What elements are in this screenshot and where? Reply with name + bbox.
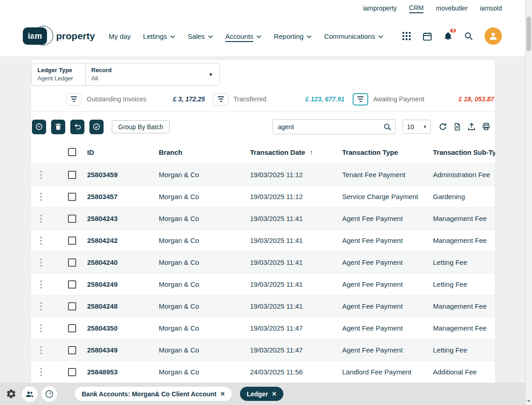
row-transaction-subtype: Letting Fee: [433, 346, 495, 354]
nav-item-lettings[interactable]: Lettings: [143, 31, 176, 42]
row-branch: Morgan & Co: [159, 193, 250, 200]
row-checkbox[interactable]: [68, 302, 76, 310]
table-row[interactable]: 25804350 Morgan & Co 19/03/2025 11:47 Ag…: [31, 317, 495, 339]
summary-transferred: Transferred £ 123, 677.91: [213, 93, 353, 105]
row-kebab-icon[interactable]: [38, 169, 44, 181]
logo-mark: iam: [23, 27, 47, 45]
search-icon[interactable]: [464, 32, 473, 41]
record-section[interactable]: Record All ▾: [86, 63, 219, 85]
nav-item-communications[interactable]: Communications: [324, 31, 383, 42]
row-kebab-icon[interactable]: [38, 213, 44, 225]
row-checkbox[interactable]: [68, 215, 76, 223]
filter-button-awaiting-payment[interactable]: [353, 93, 368, 105]
table-row[interactable]: 25803459 Morgan & Co 19/03/2025 11:12 Te…: [31, 163, 495, 185]
row-transaction-date: 19/03/2025 11:41: [250, 280, 342, 288]
row-kebab-icon[interactable]: [38, 279, 44, 290]
ledger-type-section[interactable]: Ledger Type Agent Ledger: [32, 63, 86, 85]
filter-button-outstanding-invoices[interactable]: [66, 93, 82, 105]
scroll-down-arrow-icon[interactable]: [527, 400, 531, 402]
row-transaction-type: Agent Fee Payment: [342, 346, 433, 354]
row-kebab-icon[interactable]: [38, 235, 44, 247]
row-checkbox[interactable]: [68, 193, 76, 201]
ledger-card: Ledger Type Agent Ledger Record All ▾ Ou…: [31, 60, 495, 383]
bottom-tab-bank-accounts-morgan-co-client-account[interactable]: Bank Accounts: Morgan& Co Client Account…: [75, 387, 232, 401]
close-icon[interactable]: ×: [272, 390, 276, 398]
row-transaction-type: Agent Fee Payment: [342, 237, 433, 244]
table-row[interactable]: 25848953 Morgan & Co 24/03/2025 11:56 La…: [31, 361, 495, 383]
table-row[interactable]: 25804240 Morgan & Co 19/03/2025 11:41 Ag…: [31, 251, 495, 273]
minus-circle-button[interactable]: [32, 120, 46, 134]
row-kebab-icon[interactable]: [38, 300, 44, 312]
row-checkbox[interactable]: [68, 368, 76, 376]
user-avatar[interactable]: [485, 27, 502, 45]
approve-button[interactable]: [89, 120, 104, 134]
row-checkbox[interactable]: [68, 280, 76, 289]
delete-button[interactable]: [51, 120, 65, 134]
nav-item-reporting[interactable]: Reporting: [274, 31, 312, 42]
table-row[interactable]: 25804242 Morgan & Co 19/03/2025 11:41 Ag…: [31, 229, 495, 251]
row-checkbox[interactable]: [68, 237, 76, 245]
page: iampropertyCRMmovebutleriamsold iam prop…: [0, 0, 532, 405]
ledger-filter-control[interactable]: Ledger Type Agent Ledger Record All ▾: [31, 63, 220, 86]
people-icon: [25, 389, 34, 399]
bottom-tab-label: Ledger: [247, 390, 268, 398]
table-header-row: ID Branch Transaction Date ↑ Transaction…: [31, 141, 495, 163]
table-row[interactable]: 25804243 Morgan & Co 19/03/2025 11:41 Ag…: [31, 207, 495, 229]
row-transaction-type: Agent Fee Payment: [342, 302, 433, 310]
row-checkbox[interactable]: [68, 324, 76, 332]
row-transaction-date: 19/03/2025 11:47: [250, 324, 342, 332]
row-checkbox[interactable]: [68, 258, 76, 267]
apps-grid-icon[interactable]: [402, 32, 411, 41]
column-header-transaction-subtype[interactable]: Transaction Sub-Type: [433, 148, 495, 156]
bottom-tabs: Bank Accounts: Morgan& Co Client Account…: [75, 387, 283, 401]
table-row[interactable]: 25803457 Morgan & Co 19/03/2025 11:12 Se…: [31, 185, 495, 207]
settings-gear-button[interactable]: [6, 389, 16, 399]
check-circle-icon: [93, 123, 100, 131]
table-row[interactable]: 25804248 Morgan & Co 19/03/2025 11:41 Ag…: [31, 295, 495, 317]
top-link-movebutler[interactable]: movebutler: [436, 3, 467, 13]
table-row[interactable]: 25804249 Morgan & Co 19/03/2025 11:41 Ag…: [31, 273, 495, 295]
row-checkbox[interactable]: [68, 171, 76, 179]
row-kebab-icon[interactable]: [38, 191, 44, 203]
calendar-icon[interactable]: [422, 32, 432, 41]
filter-button-transferred[interactable]: [213, 93, 229, 105]
top-bar: iampropertyCRMmovebutleriamsold: [0, 0, 532, 16]
nav-item-sales[interactable]: Sales: [188, 31, 213, 42]
notifications-bell-icon[interactable]: 4: [443, 32, 453, 41]
row-transaction-type: Agent Fee Payment: [342, 280, 433, 288]
row-kebab-icon[interactable]: [38, 257, 44, 268]
search-icon[interactable]: [383, 123, 391, 131]
select-all-checkbox[interactable]: [68, 148, 76, 156]
top-link-crm[interactable]: CRM: [409, 3, 424, 13]
nav-item-label: Lettings: [143, 31, 167, 42]
page-size-select[interactable]: 10 ▾: [402, 120, 431, 134]
nav-item-accounts[interactable]: Accounts: [225, 31, 262, 42]
top-link-iamsold[interactable]: iamsold: [480, 3, 502, 13]
row-kebab-icon[interactable]: [38, 344, 44, 356]
scrollbar-thumb[interactable]: [527, 16, 531, 51]
person-icon: [488, 31, 498, 41]
bottom-tab-ledger[interactable]: Ledger ×: [240, 387, 283, 401]
vertical-scrollbar[interactable]: [525, 0, 532, 405]
document-icon[interactable]: [453, 122, 461, 131]
column-header-transaction-type[interactable]: Transaction Type: [342, 148, 433, 156]
undo-button[interactable]: [70, 120, 84, 134]
upload-icon[interactable]: [467, 122, 476, 131]
row-checkbox[interactable]: [68, 346, 76, 354]
row-kebab-icon[interactable]: [38, 366, 44, 378]
refresh-icon[interactable]: [438, 122, 447, 131]
print-icon[interactable]: [482, 122, 490, 131]
group-by-batch-button[interactable]: Group By Batch: [112, 120, 170, 133]
column-header-branch[interactable]: Branch: [159, 148, 250, 156]
toolbar-right: 10 ▾: [272, 119, 490, 134]
search-input[interactable]: [272, 119, 396, 134]
top-link-iamproperty[interactable]: iamproperty: [363, 3, 397, 13]
row-kebab-icon[interactable]: [38, 322, 44, 334]
contacts-button[interactable]: [22, 386, 37, 402]
column-header-transaction-date[interactable]: Transaction Date ↑: [250, 148, 342, 156]
dashboard-button[interactable]: [42, 386, 57, 402]
nav-item-my-day[interactable]: My day: [109, 31, 130, 42]
close-icon[interactable]: ×: [220, 390, 224, 398]
column-header-id[interactable]: ID: [82, 148, 159, 156]
table-row[interactable]: 25804349 Morgan & Co 19/03/2025 11:47 Ag…: [31, 339, 495, 361]
